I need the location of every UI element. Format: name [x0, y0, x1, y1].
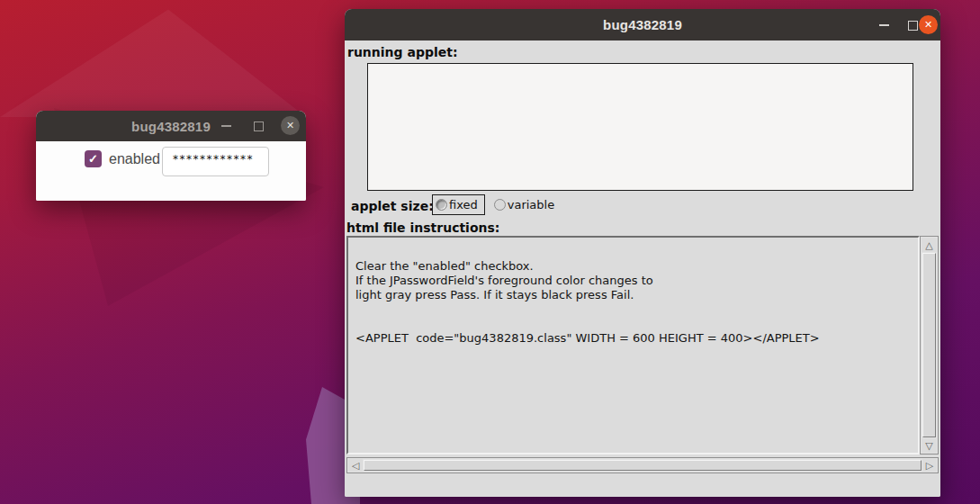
radio-variable-label: variable [508, 198, 554, 212]
window-title: bug4382819 [131, 119, 211, 134]
radio-variable[interactable]: variable [490, 194, 562, 215]
window-title: bug4382819 [603, 17, 682, 32]
instructions-line: <APPLET code="bug4382819.class" WIDTH = … [355, 331, 913, 346]
enabled-checkbox-label: enabled [109, 151, 160, 167]
scroll-right-icon[interactable]: ▷ [922, 459, 937, 472]
vertical-scrollbar-thumb[interactable] [922, 253, 936, 437]
maximize-icon[interactable] [908, 21, 918, 31]
applet-size-radio-group: fixed variable [432, 193, 562, 216]
scroll-down-icon[interactable]: ▽ [922, 438, 937, 453]
horizontal-scrollbar[interactable]: ◁ ▷ [346, 457, 939, 473]
window-small-bug4382819: bug4382819 ✕ ✓ enabled ************ [36, 111, 306, 201]
maximize-icon[interactable] [254, 122, 264, 131]
password-field[interactable]: ************ [162, 147, 269, 176]
close-icon[interactable]: ✕ [919, 15, 938, 34]
instructions-line: Clear the "enabled" checkbox. [355, 259, 913, 274]
close-icon[interactable]: ✕ [281, 116, 300, 135]
window-main-bug4382819: bug4382819 ✕ running applet: applet size… [345, 9, 940, 497]
applet-size-label: applet size: [351, 199, 434, 213]
radio-selected-icon [436, 199, 447, 211]
radio-unselected-icon [494, 199, 506, 211]
radio-fixed[interactable]: fixed [432, 194, 485, 215]
enabled-checkbox[interactable]: ✓ [85, 150, 102, 167]
applet-canvas [367, 63, 913, 191]
horizontal-scrollbar-thumb[interactable] [364, 460, 922, 471]
instructions-line: light gray press Pass. If it stays black… [355, 288, 913, 302]
html-instructions-label: html file instructions: [346, 220, 499, 235]
instructions-line [355, 302, 913, 317]
instructions-text: Clear the "enabled" checkbox. If the JPa… [348, 238, 918, 346]
running-applet-label: running applet: [347, 45, 458, 59]
window-content: ✓ enabled ************ [36, 141, 306, 201]
instructions-line [355, 317, 913, 331]
vertical-scrollbar[interactable]: △ ▽ [920, 236, 939, 454]
titlebar[interactable]: bug4382819 ✕ [345, 9, 940, 40]
scroll-left-icon[interactable]: ◁ [348, 459, 363, 472]
window-content: running applet: applet size: fixed varia… [345, 40, 940, 497]
instructions-line: If the JPasswordField's foreground color… [355, 274, 913, 288]
instructions-textarea[interactable]: Clear the "enabled" checkbox. If the JPa… [346, 236, 920, 454]
radio-fixed-label: fixed [449, 198, 478, 212]
minimize-icon[interactable] [879, 24, 889, 26]
titlebar[interactable]: bug4382819 ✕ [36, 111, 306, 141]
scroll-up-icon[interactable]: △ [922, 238, 937, 252]
minimize-icon[interactable] [221, 125, 231, 127]
wallpaper-polygon [0, 0, 306, 117]
